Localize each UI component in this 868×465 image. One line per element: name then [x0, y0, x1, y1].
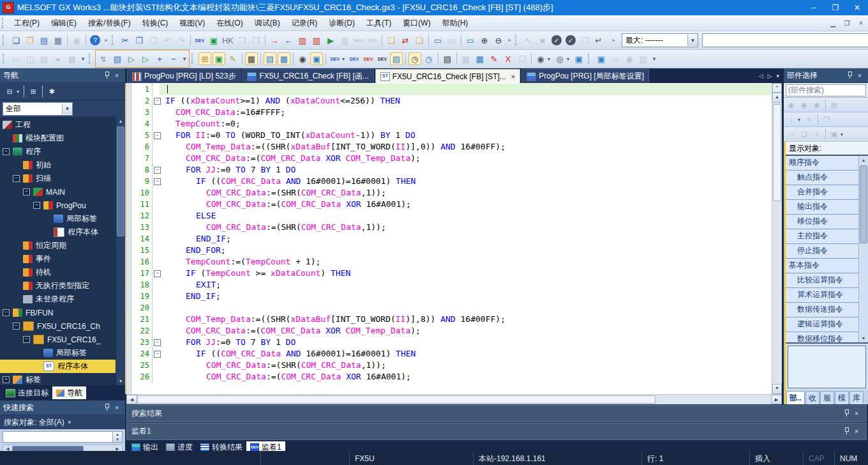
- document-tab[interactable]: STFX5U_CRC16_Check [FB] [ST]...×: [375, 69, 521, 83]
- pin-icon[interactable]: [101, 72, 112, 80]
- parts-tab-履[interactable]: 履: [820, 391, 834, 404]
- monitor-write-icon[interactable]: ▭: [431, 34, 444, 47]
- menu-item[interactable]: 在线(O): [211, 15, 248, 31]
- code-line[interactable]: 3COM_CRC_Data:=16#FFFF;: [131, 107, 772, 118]
- find-prev-icon[interactable]: ◉: [786, 99, 797, 111]
- save-icon[interactable]: ▤: [38, 34, 50, 47]
- code-line[interactable]: 8−FOR JJ:=0 TO 7 BY 1 DO: [131, 164, 772, 176]
- close-icon[interactable]: ×: [112, 72, 122, 79]
- overflow-1-icon[interactable]: »: [103, 34, 109, 47]
- instruction-category[interactable]: 算术运算指令: [786, 288, 858, 303]
- window-1-icon[interactable]: ▭: [10, 52, 22, 65]
- watch-window-bar[interactable]: 监看1 ×: [126, 423, 867, 440]
- instruction-category[interactable]: 基本指令: [786, 259, 858, 273]
- disabled-3-icon[interactable]: ◉: [623, 52, 636, 65]
- close-icon[interactable]: ×: [855, 72, 865, 79]
- timer-icon[interactable]: ◔: [606, 34, 619, 47]
- tree-view-icon[interactable]: ⊞: [198, 52, 211, 65]
- remove-line-icon[interactable]: −: [167, 52, 180, 65]
- scroll-right-icon[interactable]: ▶: [771, 395, 782, 404]
- check-2-icon[interactable]: ✓: [565, 35, 576, 45]
- grid-view-icon[interactable]: ▦: [278, 52, 290, 65]
- undo-icon[interactable]: ↶: [161, 34, 174, 47]
- pin-icon[interactable]: [101, 404, 112, 412]
- code-line[interactable]: 6COM_Temp_Data:=((SHR(xDataBuf[INT_TO_WO…: [131, 141, 772, 153]
- search-results-bar[interactable]: 搜索结果 ×: [126, 405, 867, 422]
- fold-collapse-icon[interactable]: −: [154, 351, 161, 358]
- instruction-category[interactable]: 触点指令: [786, 171, 858, 185]
- document-tab[interactable]: FX5U_CRC16_Check [FB] [函...: [242, 69, 373, 83]
- print-2-icon[interactable]: ▦: [460, 52, 472, 65]
- find-all-icon[interactable]: ◉: [811, 99, 823, 111]
- scroll-left-icon[interactable]: ◀: [126, 395, 137, 404]
- device-k-dropdown-icon[interactable]: ▾: [342, 56, 347, 62]
- tree-expand-icon[interactable]: −: [33, 202, 40, 209]
- code-line[interactable]: 17−IF (TempCount >= xDataCount) THEN: [131, 268, 772, 279]
- parts-tab-库[interactable]: 库: [849, 391, 864, 404]
- tree-item-未登录程序[interactable]: 未登录程序: [0, 293, 116, 306]
- tree-item-FX5U_CRC16_Ch[interactable]: −FX5U_CRC16_Ch: [0, 319, 116, 333]
- window-parts-icon[interactable]: ▣: [828, 128, 840, 140]
- new-folder-icon[interactable]: ❑: [798, 128, 810, 140]
- tree-item-标签[interactable]: +标签: [0, 373, 116, 385]
- plc-write-icon[interactable]: →: [268, 34, 281, 47]
- tree-item-FB/FUN[interactable]: −FB/FUN: [0, 306, 116, 319]
- convert-find-2-icon[interactable]: ▷: [139, 52, 152, 65]
- close-button[interactable]: ✕: [846, 0, 868, 15]
- scroll-down-icon[interactable]: ▼: [116, 377, 125, 385]
- parts-tab-模[interactable]: 模: [835, 391, 849, 404]
- plc-disabled-icon[interactable]: ▥: [338, 34, 351, 47]
- window-2-icon[interactable]: ◫: [24, 52, 36, 65]
- help-icon[interactable]: ?: [90, 35, 100, 45]
- xy-switch-icon[interactable]: X: [502, 52, 514, 65]
- copy-icon[interactable]: ❐: [133, 34, 146, 47]
- tree-display-dropdown-icon[interactable]: ▾: [17, 89, 22, 95]
- code-line[interactable]: 13COM_CRC_Data:=(SHR(COM_CRC_Data,1));: [131, 222, 772, 233]
- device-arrow-icon[interactable]: DEV: [366, 34, 379, 47]
- list-view-icon[interactable]: ▤: [264, 52, 276, 65]
- doc-restore-button[interactable]: ❐: [840, 20, 854, 27]
- scroll-up-icon[interactable]: ▲: [772, 93, 782, 103]
- cut-icon[interactable]: ✂: [119, 34, 131, 47]
- tab-arrow-icon[interactable]: ◁: [759, 73, 763, 79]
- add-line-icon[interactable]: +: [153, 52, 166, 65]
- print-preview-icon[interactable]: ▦: [66, 52, 79, 65]
- tree-display-icon[interactable]: ⊟: [3, 85, 16, 98]
- instruction-category[interactable]: 输出指令: [786, 200, 858, 215]
- quick-search-input[interactable]: [3, 431, 113, 443]
- disabled-1-icon[interactable]: ❒: [516, 52, 528, 65]
- disabled-4-icon[interactable]: ▤: [637, 52, 650, 65]
- tree-item-扫描[interactable]: −扫描: [0, 172, 116, 185]
- code-line[interactable]: 12ELSE: [131, 210, 772, 222]
- editor-horizontal-scrollbar[interactable]: ◀ ▶: [126, 394, 782, 404]
- tree-item-工程[interactable]: 工程: [0, 118, 116, 132]
- instruction-category[interactable]: 逻辑运算指令: [786, 317, 858, 332]
- code-line[interactable]: 19END_IF;: [131, 291, 772, 302]
- fold-collapse-icon[interactable]: −: [154, 98, 161, 105]
- close-icon[interactable]: ×: [851, 428, 862, 435]
- device-k-icon[interactable]: DEV: [329, 52, 341, 65]
- minimize-button[interactable]: ─: [803, 0, 825, 15]
- list-blue-icon[interactable]: ▤: [390, 52, 403, 65]
- menu-item[interactable]: 转换(C): [137, 15, 174, 31]
- instruction-category[interactable]: 移位指令: [786, 215, 858, 229]
- pencil-box-icon[interactable]: ✎: [488, 52, 500, 65]
- menu-item[interactable]: 诊断(D): [323, 15, 361, 31]
- menu-item[interactable]: 调试(B): [249, 15, 286, 31]
- code-line[interactable]: 25COM_CRC_Data:=(SHR(COM_CRC_Data,1));: [131, 360, 772, 371]
- magnifier-icon[interactable]: ◎: [553, 52, 566, 65]
- plc-run-icon[interactable]: ▶: [324, 34, 337, 47]
- tree-expand-icon[interactable]: −: [13, 323, 20, 330]
- scroll-down-icon[interactable]: ▼: [772, 384, 782, 394]
- fold-collapse-icon[interactable]: −: [154, 167, 161, 174]
- close-icon[interactable]: ×: [112, 404, 122, 411]
- plc-read-icon[interactable]: ←: [282, 34, 295, 47]
- code-line[interactable]: 9−IF ((COM_CRC_Data AND 16#0001)=16#0001…: [131, 176, 772, 187]
- code-line[interactable]: 2−IF ((xDataCount>=1) AND (xDataCount<=2…: [131, 95, 772, 107]
- chevron-down-icon[interactable]: ▼: [687, 34, 698, 46]
- find-next-icon[interactable]: ◉: [798, 99, 810, 111]
- code-line[interactable]: 24−IF ((COM_CRC_Data AND 16#0001)=16#000…: [131, 348, 772, 360]
- zoom-out-icon[interactable]: ⊖: [492, 34, 505, 47]
- tree-collapse-all-icon[interactable]: ⊞: [27, 85, 40, 98]
- copy-parts-icon[interactable]: ❐: [821, 114, 832, 125]
